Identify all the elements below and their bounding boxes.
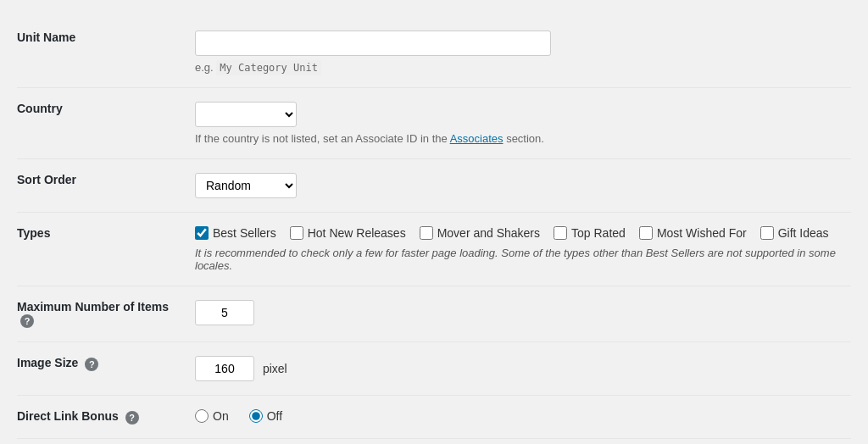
type-hot-new-releases[interactable]: Hot New Releases: [290, 226, 406, 240]
image-size-cell: pixel: [186, 342, 851, 396]
type-best-sellers-label: Best Sellers: [213, 226, 276, 240]
direct-link-bonus-radios: On Off: [195, 409, 843, 423]
image-size-unit: pixel: [263, 362, 287, 375]
unit-name-input[interactable]: [195, 31, 551, 56]
direct-link-bonus-cell: On Off: [186, 396, 851, 438]
type-best-sellers-checkbox[interactable]: [195, 226, 209, 240]
direct-link-bonus-label: Direct Link Bonus ?: [17, 396, 186, 438]
direct-link-bonus-help-icon[interactable]: ?: [125, 411, 139, 425]
type-mover-and-shakers-checkbox[interactable]: [420, 226, 433, 240]
image-size-input[interactable]: [195, 356, 254, 381]
image-size-help-icon[interactable]: ?: [85, 358, 98, 371]
title-length-cell: [186, 438, 851, 444]
type-most-wished-for-label: Most Wished For: [657, 226, 747, 240]
direct-link-bonus-off-label: Off: [267, 409, 282, 423]
sort-order-select[interactable]: Random: [195, 173, 297, 198]
direct-link-bonus-off[interactable]: Off: [249, 409, 282, 423]
types-label: Types: [17, 213, 186, 286]
image-size-row: Image Size ? pixel: [17, 342, 851, 396]
type-gift-ideas-label: Gift Ideas: [778, 226, 829, 240]
max-items-cell: [186, 286, 851, 342]
direct-link-bonus-row: Direct Link Bonus ? On Off: [17, 396, 851, 438]
types-checkboxes: Best Sellers Hot New Releases Mover and …: [195, 226, 843, 240]
image-size-label: Image Size ?: [17, 342, 186, 396]
associates-link[interactable]: Associates: [450, 132, 504, 145]
type-mover-and-shakers-label: Mover and Shakers: [437, 226, 540, 240]
type-most-wished-for-checkbox[interactable]: [639, 226, 653, 240]
unit-name-hint: e.g. My Category Unit: [195, 61, 843, 74]
unit-name-cell: e.g. My Category Unit: [186, 17, 851, 88]
title-length-row: Title Length ?: [17, 438, 851, 444]
type-gift-ideas[interactable]: Gift Ideas: [760, 226, 829, 240]
max-items-label: Maximum Number of Items ?: [17, 286, 186, 342]
max-items-help-icon[interactable]: ?: [20, 314, 34, 328]
country-label: Country: [17, 88, 186, 159]
type-top-rated-checkbox[interactable]: [554, 226, 567, 240]
unit-name-label: Unit Name: [17, 17, 186, 88]
types-cell: Best Sellers Hot New Releases Mover and …: [186, 213, 851, 286]
direct-link-bonus-off-radio[interactable]: [249, 409, 263, 423]
country-select[interactable]: [195, 102, 297, 127]
direct-link-bonus-on-label: On: [213, 409, 229, 423]
direct-link-bonus-on[interactable]: On: [195, 409, 229, 423]
unit-name-row: Unit Name e.g. My Category Unit: [17, 17, 851, 88]
unit-name-example: My Category Unit: [216, 60, 321, 75]
type-gift-ideas-checkbox[interactable]: [760, 226, 774, 240]
types-row: Types Best Sellers Hot New Releases Move…: [17, 213, 851, 286]
type-hot-new-releases-checkbox[interactable]: [290, 226, 303, 240]
country-hint: If the country is not listed, set an Ass…: [195, 132, 843, 145]
direct-link-bonus-on-radio[interactable]: [195, 409, 209, 423]
max-items-row: Maximum Number of Items ?: [17, 286, 851, 342]
country-row: Country If the country is not listed, se…: [17, 88, 851, 159]
types-hint: It is recommended to check only a few fo…: [195, 247, 843, 272]
type-best-sellers[interactable]: Best Sellers: [195, 226, 276, 240]
type-mover-and-shakers[interactable]: Mover and Shakers: [420, 226, 540, 240]
country-cell: If the country is not listed, set an Ass…: [186, 88, 851, 159]
type-top-rated[interactable]: Top Rated: [554, 226, 626, 240]
max-items-input[interactable]: [195, 300, 254, 325]
title-length-label: Title Length ?: [17, 438, 186, 444]
type-hot-new-releases-label: Hot New Releases: [308, 226, 406, 240]
sort-order-label: Sort Order: [17, 159, 186, 213]
sort-order-cell: Random: [186, 159, 851, 213]
type-top-rated-label: Top Rated: [571, 226, 626, 240]
settings-form: Unit Name e.g. My Category Unit Country …: [17, 17, 851, 444]
sort-order-row: Sort Order Random: [17, 159, 851, 213]
type-most-wished-for[interactable]: Most Wished For: [639, 226, 747, 240]
